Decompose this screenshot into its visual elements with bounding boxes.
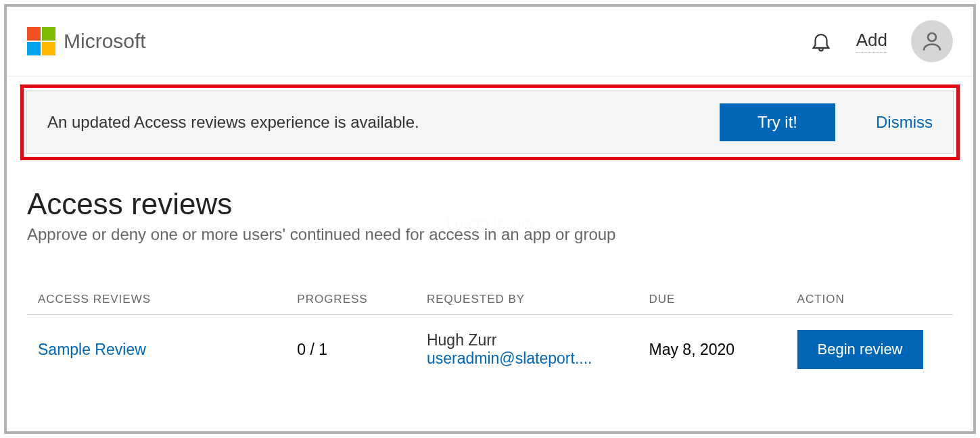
review-name-link[interactable]: Sample Review <box>38 341 146 358</box>
page-title: Access reviews <box>27 187 953 221</box>
try-it-button[interactable]: Try it! <box>720 103 835 141</box>
requester-email[interactable]: useradmin@slateport.... <box>427 349 628 368</box>
begin-review-button[interactable]: Begin review <box>797 330 923 369</box>
brand-logo-group[interactable]: Microsoft <box>27 27 146 55</box>
svg-point-0 <box>928 33 936 41</box>
user-avatar[interactable] <box>911 20 953 62</box>
page-subtitle: Approve or deny one or more users' conti… <box>27 225 953 244</box>
microsoft-logo-icon <box>27 27 55 55</box>
review-progress: 0 / 1 <box>286 315 416 385</box>
requester-name: Hugh Zurr <box>427 331 628 349</box>
main-content: Lorem Ipsum Access reviews Approve or de… <box>7 160 973 384</box>
brand-name: Microsoft <box>64 30 146 53</box>
app-frame: Microsoft Add An updated Access reviews … <box>4 4 976 434</box>
table-header-row: ACCESS REVIEWS PROGRESS REQUESTED BY DUE… <box>27 285 953 315</box>
col-header-requested-by: REQUESTED BY <box>416 285 638 315</box>
header: Microsoft Add <box>7 7 973 76</box>
banner-highlight: An updated Access reviews experience is … <box>20 84 960 160</box>
person-icon <box>920 29 944 53</box>
col-header-progress: PROGRESS <box>286 285 416 315</box>
review-due: May 8, 2020 <box>638 315 787 385</box>
banner-message: An updated Access reviews experience is … <box>47 113 419 132</box>
col-header-access-reviews: ACCESS REVIEWS <box>27 285 286 315</box>
col-header-action: ACTION <box>787 285 953 315</box>
col-header-due: DUE <box>638 285 787 315</box>
update-banner: An updated Access reviews experience is … <box>26 91 954 154</box>
table-row: Sample Review 0 / 1 Hugh Zurr useradmin@… <box>27 315 953 385</box>
add-link[interactable]: Add <box>856 30 887 53</box>
header-actions: Add <box>810 20 953 62</box>
notification-bell-icon[interactable] <box>810 30 833 53</box>
access-reviews-table: ACCESS REVIEWS PROGRESS REQUESTED BY DUE… <box>27 285 953 384</box>
dismiss-button[interactable]: Dismiss <box>876 113 933 132</box>
banner-actions: Try it! Dismiss <box>720 103 933 141</box>
